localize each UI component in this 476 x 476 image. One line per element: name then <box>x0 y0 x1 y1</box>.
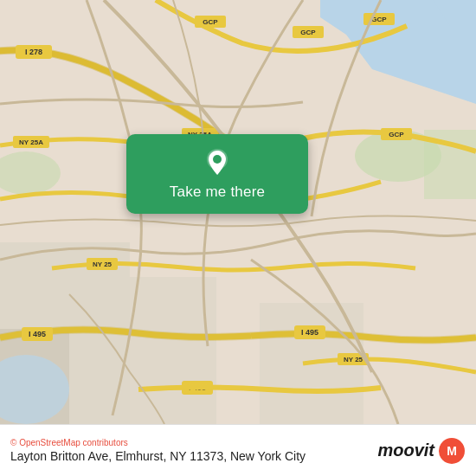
svg-text:NY 25: NY 25 <box>344 356 363 363</box>
svg-text:I 495: I 495 <box>301 328 318 337</box>
moovit-logo: moovit M <box>377 437 466 465</box>
moovit-brand-name: moovit <box>377 441 434 460</box>
svg-text:I 495: I 495 <box>29 330 46 338</box>
osm-credit-suffix: contributors <box>80 438 128 447</box>
svg-text:GCP: GCP <box>389 131 404 138</box>
bottom-bar: © OpenStreetMap contributors Layton Brit… <box>0 424 476 476</box>
take-me-there-button[interactable]: Take me there <box>126 134 308 214</box>
location-pin-icon <box>202 147 233 178</box>
osm-credit-prefix: © <box>10 438 19 447</box>
osm-credit: © OpenStreetMap contributors <box>10 438 306 447</box>
svg-text:NY 25A: NY 25A <box>19 138 43 146</box>
svg-text:GCP: GCP <box>203 18 218 26</box>
osm-link[interactable]: OpenStreetMap <box>19 438 80 447</box>
moovit-logo-icon: M <box>438 437 466 465</box>
svg-text:NY 25: NY 25 <box>93 261 113 268</box>
take-me-there-label: Take me there <box>170 183 265 201</box>
svg-text:I 278: I 278 <box>25 48 42 56</box>
svg-point-38 <box>213 155 222 164</box>
address-text: Layton Britton Ave, Elmhurst, NY 11373, … <box>10 449 306 463</box>
map-container: I 278 GCP GCP GCP GCP NY 25A NY 25A NY 2… <box>0 0 476 424</box>
svg-text:M: M <box>447 444 457 458</box>
address-section: © OpenStreetMap contributors Layton Brit… <box>10 438 306 463</box>
svg-text:GCP: GCP <box>300 29 316 36</box>
